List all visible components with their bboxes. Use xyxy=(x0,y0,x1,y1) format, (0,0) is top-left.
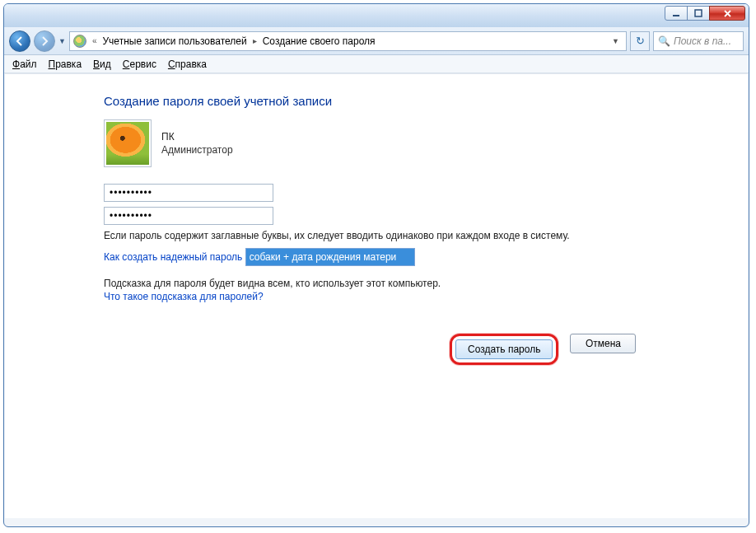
password-field-1[interactable] xyxy=(104,184,273,202)
menu-file[interactable]: Файл xyxy=(12,58,37,70)
user-role: Администратор xyxy=(161,144,233,156)
user-block: ПК Администратор xyxy=(104,119,723,167)
titlebar xyxy=(4,4,749,27)
menu-service[interactable]: Сервис xyxy=(123,58,156,70)
address-dropdown-icon[interactable]: ▼ xyxy=(609,37,623,45)
close-icon xyxy=(723,9,732,18)
svg-rect-1 xyxy=(695,10,702,16)
breadcrumb-item-2[interactable]: Создание своего пароля xyxy=(263,35,376,47)
search-placeholder: Поиск в па... xyxy=(674,35,731,47)
dialog-buttons: Создать пароль Отмена xyxy=(450,334,723,365)
refresh-icon: ↻ xyxy=(636,35,645,47)
page-title: Создание пароля своей учетной записи xyxy=(104,94,723,108)
avatar xyxy=(104,119,152,167)
user-name: ПК xyxy=(161,131,233,143)
cancel-button[interactable]: Отмена xyxy=(570,334,636,353)
nav-back-button[interactable] xyxy=(9,30,30,52)
avatar-image xyxy=(106,122,149,165)
password-field-2[interactable] xyxy=(104,207,273,225)
breadcrumb-prefix: « xyxy=(91,36,99,45)
search-icon: 🔍 xyxy=(658,35,670,47)
window-frame: ▼ « Учетные записи пользователей ▸ Созда… xyxy=(3,3,749,527)
minimize-button[interactable] xyxy=(665,6,688,21)
caps-hint-text: Если пароль содержит заглавные буквы, их… xyxy=(104,230,723,241)
close-button[interactable] xyxy=(709,6,745,21)
arrow-left-icon xyxy=(15,36,25,46)
highlight-ring: Создать пароль xyxy=(450,334,558,365)
search-box[interactable]: 🔍 Поиск в па... xyxy=(653,31,744,51)
chevron-right-icon: ▸ xyxy=(251,36,259,45)
content-pane: Создание пароля своей учетной записи ПК … xyxy=(5,73,748,518)
user-accounts-icon xyxy=(73,35,86,48)
user-labels: ПК Администратор xyxy=(161,131,233,156)
strong-password-link[interactable]: Как создать надежный пароль xyxy=(104,251,242,263)
maximize-icon xyxy=(694,9,702,17)
hint-visibility-note: Подсказка для пароля будет видна всем, к… xyxy=(104,278,723,289)
svg-rect-0 xyxy=(673,15,679,16)
arrow-right-icon xyxy=(40,36,49,46)
nav-bar: ▼ « Учетные записи пользователей ▸ Созда… xyxy=(4,27,749,55)
address-bar[interactable]: « Учетные записи пользователей ▸ Создани… xyxy=(69,31,627,51)
menu-bar: Файл Правка Вид Сервис Справка xyxy=(4,55,749,73)
minimize-icon xyxy=(672,9,680,17)
window-controls xyxy=(665,6,745,21)
refresh-button[interactable]: ↻ xyxy=(630,31,650,51)
what-is-hint-link[interactable]: Что такое подсказка для паролей? xyxy=(104,291,264,302)
maximize-button[interactable] xyxy=(687,6,710,21)
menu-view[interactable]: Вид xyxy=(93,58,111,70)
create-password-button[interactable]: Создать пароль xyxy=(455,339,553,359)
nav-forward-button[interactable] xyxy=(34,30,55,52)
nav-history-dropdown[interactable]: ▼ xyxy=(58,37,66,45)
menu-edit[interactable]: Правка xyxy=(49,58,82,70)
breadcrumb-item-1[interactable]: Учетные записи пользователей xyxy=(102,35,246,47)
menu-help[interactable]: Справка xyxy=(168,58,207,70)
hint-input-wrap xyxy=(245,248,415,266)
password-hint-field[interactable] xyxy=(245,248,415,266)
